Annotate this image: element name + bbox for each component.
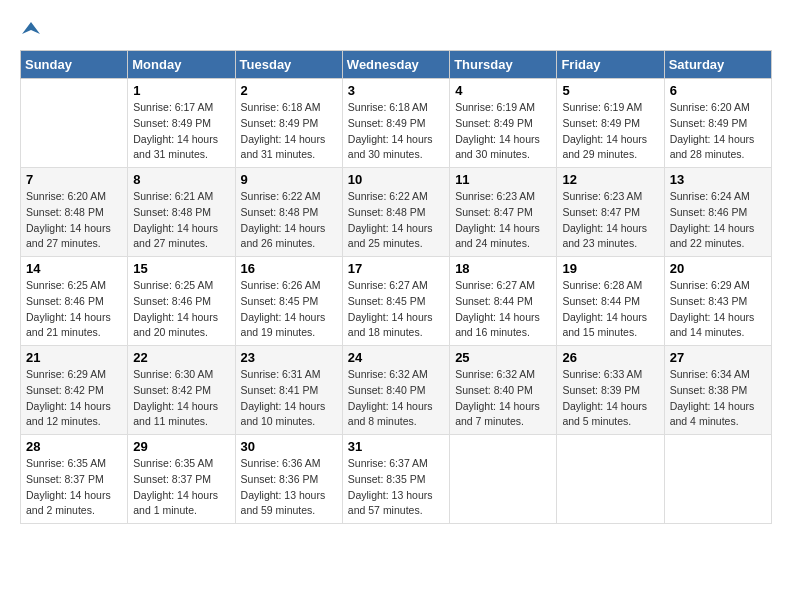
day-number: 29 xyxy=(133,439,229,454)
day-info: Sunrise: 6:32 AM Sunset: 8:40 PM Dayligh… xyxy=(348,367,444,430)
day-number: 17 xyxy=(348,261,444,276)
day-info: Sunrise: 6:36 AM Sunset: 8:36 PM Dayligh… xyxy=(241,456,337,519)
day-cell xyxy=(450,435,557,524)
day-cell: 19Sunrise: 6:28 AM Sunset: 8:44 PM Dayli… xyxy=(557,257,664,346)
day-info: Sunrise: 6:18 AM Sunset: 8:49 PM Dayligh… xyxy=(348,100,444,163)
day-info: Sunrise: 6:24 AM Sunset: 8:46 PM Dayligh… xyxy=(670,189,766,252)
day-info: Sunrise: 6:30 AM Sunset: 8:42 PM Dayligh… xyxy=(133,367,229,430)
header-thursday: Thursday xyxy=(450,51,557,79)
header xyxy=(20,20,772,40)
day-number: 20 xyxy=(670,261,766,276)
day-number: 26 xyxy=(562,350,658,365)
day-number: 24 xyxy=(348,350,444,365)
day-number: 16 xyxy=(241,261,337,276)
day-number: 7 xyxy=(26,172,122,187)
day-info: Sunrise: 6:26 AM Sunset: 8:45 PM Dayligh… xyxy=(241,278,337,341)
day-cell: 26Sunrise: 6:33 AM Sunset: 8:39 PM Dayli… xyxy=(557,346,664,435)
week-row-4: 21Sunrise: 6:29 AM Sunset: 8:42 PM Dayli… xyxy=(21,346,772,435)
day-cell: 8Sunrise: 6:21 AM Sunset: 8:48 PM Daylig… xyxy=(128,168,235,257)
day-cell: 9Sunrise: 6:22 AM Sunset: 8:48 PM Daylig… xyxy=(235,168,342,257)
day-cell: 27Sunrise: 6:34 AM Sunset: 8:38 PM Dayli… xyxy=(664,346,771,435)
day-cell: 5Sunrise: 6:19 AM Sunset: 8:49 PM Daylig… xyxy=(557,79,664,168)
day-cell: 21Sunrise: 6:29 AM Sunset: 8:42 PM Dayli… xyxy=(21,346,128,435)
day-number: 30 xyxy=(241,439,337,454)
header-tuesday: Tuesday xyxy=(235,51,342,79)
day-cell xyxy=(664,435,771,524)
day-info: Sunrise: 6:19 AM Sunset: 8:49 PM Dayligh… xyxy=(562,100,658,163)
header-wednesday: Wednesday xyxy=(342,51,449,79)
day-number: 1 xyxy=(133,83,229,98)
svg-marker-0 xyxy=(22,22,40,34)
day-number: 11 xyxy=(455,172,551,187)
day-number: 23 xyxy=(241,350,337,365)
header-friday: Friday xyxy=(557,51,664,79)
day-cell: 20Sunrise: 6:29 AM Sunset: 8:43 PM Dayli… xyxy=(664,257,771,346)
day-cell: 11Sunrise: 6:23 AM Sunset: 8:47 PM Dayli… xyxy=(450,168,557,257)
day-number: 18 xyxy=(455,261,551,276)
day-cell: 24Sunrise: 6:32 AM Sunset: 8:40 PM Dayli… xyxy=(342,346,449,435)
week-row-1: 1Sunrise: 6:17 AM Sunset: 8:49 PM Daylig… xyxy=(21,79,772,168)
day-cell: 2Sunrise: 6:18 AM Sunset: 8:49 PM Daylig… xyxy=(235,79,342,168)
day-info: Sunrise: 6:29 AM Sunset: 8:42 PM Dayligh… xyxy=(26,367,122,430)
day-info: Sunrise: 6:21 AM Sunset: 8:48 PM Dayligh… xyxy=(133,189,229,252)
day-number: 10 xyxy=(348,172,444,187)
day-number: 27 xyxy=(670,350,766,365)
day-info: Sunrise: 6:19 AM Sunset: 8:49 PM Dayligh… xyxy=(455,100,551,163)
week-row-3: 14Sunrise: 6:25 AM Sunset: 8:46 PM Dayli… xyxy=(21,257,772,346)
day-info: Sunrise: 6:20 AM Sunset: 8:48 PM Dayligh… xyxy=(26,189,122,252)
header-sunday: Sunday xyxy=(21,51,128,79)
day-cell: 23Sunrise: 6:31 AM Sunset: 8:41 PM Dayli… xyxy=(235,346,342,435)
day-info: Sunrise: 6:23 AM Sunset: 8:47 PM Dayligh… xyxy=(562,189,658,252)
day-info: Sunrise: 6:25 AM Sunset: 8:46 PM Dayligh… xyxy=(133,278,229,341)
day-number: 21 xyxy=(26,350,122,365)
calendar-header-row: SundayMondayTuesdayWednesdayThursdayFrid… xyxy=(21,51,772,79)
day-number: 2 xyxy=(241,83,337,98)
day-cell: 3Sunrise: 6:18 AM Sunset: 8:49 PM Daylig… xyxy=(342,79,449,168)
day-number: 13 xyxy=(670,172,766,187)
day-info: Sunrise: 6:33 AM Sunset: 8:39 PM Dayligh… xyxy=(562,367,658,430)
day-number: 22 xyxy=(133,350,229,365)
day-number: 15 xyxy=(133,261,229,276)
day-info: Sunrise: 6:17 AM Sunset: 8:49 PM Dayligh… xyxy=(133,100,229,163)
day-number: 19 xyxy=(562,261,658,276)
day-info: Sunrise: 6:32 AM Sunset: 8:40 PM Dayligh… xyxy=(455,367,551,430)
calendar-table: SundayMondayTuesdayWednesdayThursdayFrid… xyxy=(20,50,772,524)
day-info: Sunrise: 6:23 AM Sunset: 8:47 PM Dayligh… xyxy=(455,189,551,252)
day-info: Sunrise: 6:29 AM Sunset: 8:43 PM Dayligh… xyxy=(670,278,766,341)
day-cell: 15Sunrise: 6:25 AM Sunset: 8:46 PM Dayli… xyxy=(128,257,235,346)
day-info: Sunrise: 6:34 AM Sunset: 8:38 PM Dayligh… xyxy=(670,367,766,430)
day-info: Sunrise: 6:28 AM Sunset: 8:44 PM Dayligh… xyxy=(562,278,658,341)
day-info: Sunrise: 6:22 AM Sunset: 8:48 PM Dayligh… xyxy=(348,189,444,252)
day-cell: 17Sunrise: 6:27 AM Sunset: 8:45 PM Dayli… xyxy=(342,257,449,346)
day-number: 4 xyxy=(455,83,551,98)
day-number: 25 xyxy=(455,350,551,365)
day-number: 12 xyxy=(562,172,658,187)
day-cell: 4Sunrise: 6:19 AM Sunset: 8:49 PM Daylig… xyxy=(450,79,557,168)
day-cell: 18Sunrise: 6:27 AM Sunset: 8:44 PM Dayli… xyxy=(450,257,557,346)
header-saturday: Saturday xyxy=(664,51,771,79)
day-info: Sunrise: 6:22 AM Sunset: 8:48 PM Dayligh… xyxy=(241,189,337,252)
day-number: 31 xyxy=(348,439,444,454)
week-row-5: 28Sunrise: 6:35 AM Sunset: 8:37 PM Dayli… xyxy=(21,435,772,524)
day-number: 6 xyxy=(670,83,766,98)
day-info: Sunrise: 6:20 AM Sunset: 8:49 PM Dayligh… xyxy=(670,100,766,163)
day-number: 9 xyxy=(241,172,337,187)
day-cell: 14Sunrise: 6:25 AM Sunset: 8:46 PM Dayli… xyxy=(21,257,128,346)
day-info: Sunrise: 6:31 AM Sunset: 8:41 PM Dayligh… xyxy=(241,367,337,430)
day-cell: 10Sunrise: 6:22 AM Sunset: 8:48 PM Dayli… xyxy=(342,168,449,257)
day-number: 3 xyxy=(348,83,444,98)
day-cell: 13Sunrise: 6:24 AM Sunset: 8:46 PM Dayli… xyxy=(664,168,771,257)
day-cell: 30Sunrise: 6:36 AM Sunset: 8:36 PM Dayli… xyxy=(235,435,342,524)
day-info: Sunrise: 6:27 AM Sunset: 8:45 PM Dayligh… xyxy=(348,278,444,341)
day-cell: 29Sunrise: 6:35 AM Sunset: 8:37 PM Dayli… xyxy=(128,435,235,524)
day-number: 28 xyxy=(26,439,122,454)
header-monday: Monday xyxy=(128,51,235,79)
day-number: 14 xyxy=(26,261,122,276)
day-info: Sunrise: 6:35 AM Sunset: 8:37 PM Dayligh… xyxy=(26,456,122,519)
day-cell: 1Sunrise: 6:17 AM Sunset: 8:49 PM Daylig… xyxy=(128,79,235,168)
logo xyxy=(20,20,40,40)
day-cell: 16Sunrise: 6:26 AM Sunset: 8:45 PM Dayli… xyxy=(235,257,342,346)
day-info: Sunrise: 6:18 AM Sunset: 8:49 PM Dayligh… xyxy=(241,100,337,163)
day-info: Sunrise: 6:25 AM Sunset: 8:46 PM Dayligh… xyxy=(26,278,122,341)
day-number: 8 xyxy=(133,172,229,187)
